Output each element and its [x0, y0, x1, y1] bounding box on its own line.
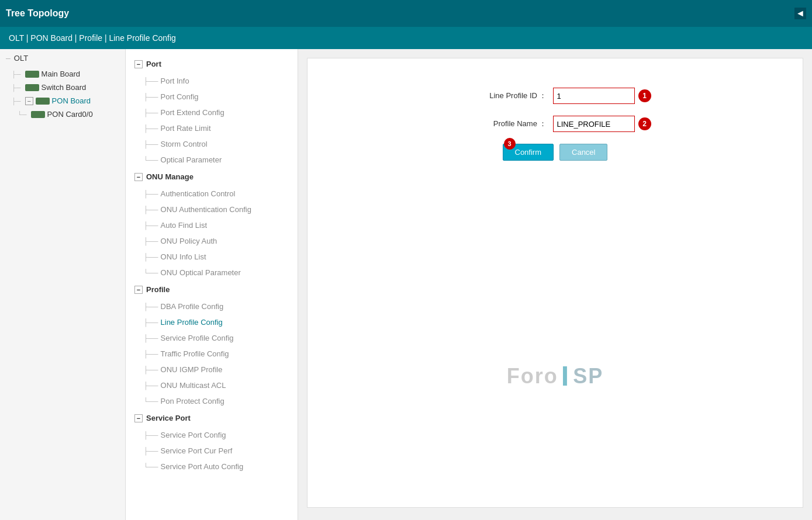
menu-onu-optical-parameter[interactable]: └── ONU Optical Parameter	[126, 265, 298, 280]
switch-board-label: Switch Board	[42, 83, 87, 92]
cancel-button[interactable]: Cancel	[559, 144, 607, 161]
menu-traffic-profile-config[interactable]: ├── Traffic Profile Config	[126, 346, 298, 362]
line-profile-id-row: Line Profile ID ： 1	[325, 88, 785, 104]
menu-service-port-auto-config[interactable]: └── Service Port Auto Config	[126, 459, 298, 474]
menu-auto-find-list[interactable]: ├── Auto Find List	[126, 217, 298, 233]
port-section-label: Port	[146, 60, 161, 68]
app-title: Tree Topology	[6, 8, 69, 19]
menu-port-info[interactable]: ├── Port Info	[126, 73, 298, 89]
section-service-port[interactable]: − Service Port	[126, 409, 298, 427]
menu-onu-authentication-config[interactable]: ├── ONU Authentication Config	[126, 202, 298, 217]
watermark: ForoISP	[507, 362, 603, 390]
line-profile-id-label: Line Profile ID ：	[459, 91, 553, 101]
service-port-section-label: Service Port	[146, 414, 191, 422]
menu-onu-info-list[interactable]: ├── ONU Info List	[126, 249, 298, 265]
sidebar-item-main-board[interactable]: ├─ Main Board	[0, 67, 125, 81]
service-port-items: ├── Service Port Config ├── Service Port…	[126, 427, 298, 474]
main-board-label: Main Board	[42, 70, 80, 78]
sidebar-item-olt[interactable]: ─ OLT	[0, 49, 125, 67]
menu-optical-parameter[interactable]: └── Optical Parameter	[126, 152, 298, 168]
menu-onu-igmp-profile[interactable]: ├── ONU IGMP Profile	[126, 362, 298, 377]
main-content: Line Profile ID ： 1 Profile Name ： 2 Con…	[298, 49, 812, 520]
service-port-expand-icon[interactable]: −	[134, 414, 143, 422]
line-profile-form: Line Profile ID ： 1 Profile Name ： 2 Con…	[325, 88, 785, 161]
profile-section-label: Profile	[146, 285, 170, 294]
menu-onu-policy-auth[interactable]: ├── ONU Policy Auth	[126, 233, 298, 249]
menu-pon-protect-config[interactable]: └── Pon Protect Config	[126, 393, 298, 409]
port-expand-icon[interactable]: −	[134, 60, 143, 68]
breadcrumb: OLT | PON Board | Profile | Line Profile…	[0, 27, 812, 49]
sidebar-item-switch-board[interactable]: ├─ Switch Board	[0, 81, 125, 94]
port-items: ├── Port Info ├── Port Config ├── Port E…	[126, 73, 298, 168]
menu-storm-control[interactable]: ├── Storm Control	[126, 136, 298, 152]
menu-service-port-config[interactable]: ├── Service Port Config	[126, 427, 298, 443]
menu-dba-profile-config[interactable]: ├── DBA Profile Config	[126, 299, 298, 314]
button-row: Confirm 3 Cancel	[325, 144, 785, 161]
sidebar-item-pon-card[interactable]: └─ PON Card0/0	[0, 108, 125, 121]
menu-service-port-cur-perf[interactable]: ├── Service Port Cur Perf	[126, 443, 298, 459]
sidebar-item-pon-board[interactable]: ├─ − PON Board	[0, 94, 125, 108]
pon-board-expand[interactable]: −	[25, 97, 33, 105]
main-board-icon	[25, 71, 39, 78]
menu-authentication-control[interactable]: ├── Authentication Control	[126, 186, 298, 202]
menu-port-rate-limit[interactable]: ├── Port Rate Limit	[126, 120, 298, 136]
section-port[interactable]: − Port	[126, 55, 298, 73]
collapse-button[interactable]: ◄	[794, 8, 806, 19]
badge-2: 2	[638, 117, 651, 130]
onu-manage-items: ├── Authentication Control ├── ONU Authe…	[126, 186, 298, 280]
content-panel: Line Profile ID ： 1 Profile Name ： 2 Con…	[307, 58, 803, 508]
menu-service-profile-config[interactable]: ├── Service Profile Config	[126, 330, 298, 346]
menu-port-extend-config[interactable]: ├── Port Extend Config	[126, 105, 298, 120]
pon-board-label: PON Board	[52, 96, 91, 105]
badge-3: 3	[504, 138, 516, 150]
profile-expand-icon[interactable]: −	[134, 286, 143, 294]
profile-name-label: Profile Name ：	[459, 119, 553, 129]
section-profile[interactable]: − Profile	[126, 280, 298, 299]
profile-name-row: Profile Name ： 2	[325, 116, 785, 132]
profile-name-input[interactable]	[553, 116, 635, 132]
middle-menu: − Port ├── Port Info ├── Port Config ├──…	[126, 49, 298, 520]
switch-board-icon	[25, 84, 39, 91]
menu-onu-multicast-acl[interactable]: ├── ONU Multicast ACL	[126, 377, 298, 393]
onu-manage-expand-icon[interactable]: −	[134, 173, 143, 181]
menu-line-profile-config[interactable]: ├── Line Profile Config	[126, 314, 298, 330]
badge-1: 1	[638, 89, 651, 102]
sidebar-tree: ─ OLT ├─ Main Board ├─ Switch Board ├─ −…	[0, 49, 126, 520]
app-header: Tree Topology ◄	[0, 0, 812, 27]
onu-manage-section-label: ONU Manage	[146, 172, 194, 181]
pon-card-label: PON Card0/0	[47, 110, 93, 119]
pon-card-icon	[31, 111, 45, 118]
profile-items: ├── DBA Profile Config ├── Line Profile …	[126, 299, 298, 409]
olt-label: OLT	[14, 54, 28, 63]
line-profile-id-input[interactable]	[553, 88, 635, 104]
menu-port-config[interactable]: ├── Port Config	[126, 89, 298, 105]
pon-board-icon	[36, 98, 50, 105]
section-onu-manage[interactable]: − ONU Manage	[126, 168, 298, 186]
